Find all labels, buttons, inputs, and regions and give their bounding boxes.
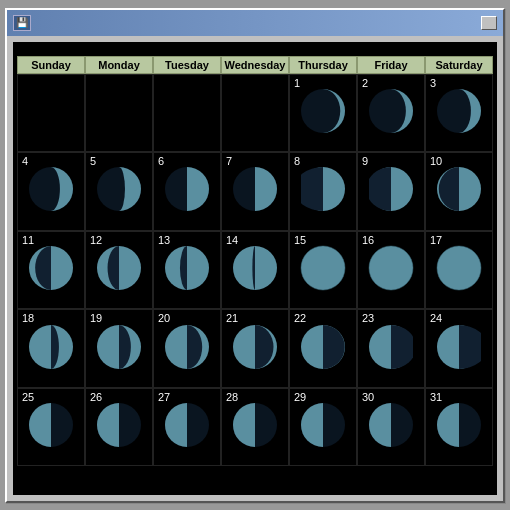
moon-phase xyxy=(162,400,212,454)
table-row: 12 xyxy=(85,231,153,310)
moon-phase xyxy=(366,322,416,376)
table-row: 27 xyxy=(153,388,221,467)
date-number: 18 xyxy=(22,312,34,324)
moon-phase xyxy=(298,400,348,454)
date-number: 8 xyxy=(294,155,300,167)
moon-phase xyxy=(26,164,76,218)
table-row: 6 xyxy=(153,152,221,231)
day-monday: Monday xyxy=(85,56,153,74)
calendar-container: Sunday Monday Tuesday Wednesday Thursday… xyxy=(13,42,497,495)
date-number: 14 xyxy=(226,234,238,246)
date-number: 31 xyxy=(430,391,442,403)
table-row: 25 xyxy=(17,388,85,467)
day-friday: Friday xyxy=(357,56,425,74)
date-number: 30 xyxy=(362,391,374,403)
date-number: 10 xyxy=(430,155,442,167)
table-row: 28 xyxy=(221,388,289,467)
table-row: 5 xyxy=(85,152,153,231)
table-row: 19 xyxy=(85,309,153,388)
empty-cell xyxy=(221,74,289,153)
date-number: 28 xyxy=(226,391,238,403)
date-number: 4 xyxy=(22,155,28,167)
moon-phase xyxy=(26,322,76,376)
table-row: 4 xyxy=(17,152,85,231)
date-number: 13 xyxy=(158,234,170,246)
moon-phase xyxy=(366,243,416,297)
table-row: 18 xyxy=(17,309,85,388)
title-bar-left: 💾 xyxy=(13,15,37,31)
date-number: 19 xyxy=(90,312,102,324)
date-number: 7 xyxy=(226,155,232,167)
table-row: 30 xyxy=(357,388,425,467)
date-number: 17 xyxy=(430,234,442,246)
table-row: 11 xyxy=(17,231,85,310)
table-row: 2 xyxy=(357,74,425,153)
moon-phase xyxy=(230,400,280,454)
table-row: 23 xyxy=(357,309,425,388)
table-row: 15 xyxy=(289,231,357,310)
moon-phase xyxy=(434,400,484,454)
date-number: 16 xyxy=(362,234,374,246)
moon-phase xyxy=(366,400,416,454)
moon-phase xyxy=(434,322,484,376)
table-row: 13 xyxy=(153,231,221,310)
date-number: 24 xyxy=(430,312,442,324)
day-headers: Sunday Monday Tuesday Wednesday Thursday… xyxy=(17,56,493,74)
day-thursday: Thursday xyxy=(289,56,357,74)
date-number: 6 xyxy=(158,155,164,167)
calendar-grid: 1 2 3 4 xyxy=(17,74,493,467)
date-number: 1 xyxy=(294,77,300,89)
date-number: 3 xyxy=(430,77,436,89)
moon-phase xyxy=(434,243,484,297)
date-number: 15 xyxy=(294,234,306,246)
table-row: 22 xyxy=(289,309,357,388)
empty-cell xyxy=(153,74,221,153)
date-number: 11 xyxy=(22,234,34,246)
table-row: 9 xyxy=(357,152,425,231)
empty-cell xyxy=(17,74,85,153)
moon-phase xyxy=(26,243,76,297)
date-number: 9 xyxy=(362,155,368,167)
date-number: 2 xyxy=(362,77,368,89)
date-number: 21 xyxy=(226,312,238,324)
moon-phase xyxy=(94,322,144,376)
table-row: 17 xyxy=(425,231,493,310)
title-bar: 💾 xyxy=(7,10,503,36)
moon-phase xyxy=(26,400,76,454)
table-row: 31 xyxy=(425,388,493,467)
date-number: 29 xyxy=(294,391,306,403)
table-row: 1 xyxy=(289,74,357,153)
date-number: 25 xyxy=(22,391,34,403)
moon-phase xyxy=(94,243,144,297)
date-number: 20 xyxy=(158,312,170,324)
date-number: 23 xyxy=(362,312,374,324)
close-button[interactable] xyxy=(481,16,497,30)
date-number: 26 xyxy=(90,391,102,403)
window: 💾 Sunday Monday Tuesday Wednesday Thursd… xyxy=(5,8,505,503)
moon-phase xyxy=(162,243,212,297)
moon-phase xyxy=(298,164,348,218)
date-number: 12 xyxy=(90,234,102,246)
date-number: 22 xyxy=(294,312,306,324)
moon-phase xyxy=(366,164,416,218)
table-row: 14 xyxy=(221,231,289,310)
save-icon: 💾 xyxy=(13,15,31,31)
table-row: 10 xyxy=(425,152,493,231)
table-row: 29 xyxy=(289,388,357,467)
table-row: 3 xyxy=(425,74,493,153)
moon-phase xyxy=(94,164,144,218)
table-row: 16 xyxy=(357,231,425,310)
moon-phase xyxy=(162,322,212,376)
table-row: 24 xyxy=(425,309,493,388)
day-saturday: Saturday xyxy=(425,56,493,74)
moon-phase xyxy=(230,243,280,297)
date-number: 5 xyxy=(90,155,96,167)
moon-phase xyxy=(162,164,212,218)
month-header xyxy=(17,46,493,56)
table-row: 26 xyxy=(85,388,153,467)
day-wednesday: Wednesday xyxy=(221,56,289,74)
moon-phase xyxy=(298,86,348,140)
table-row: 8 xyxy=(289,152,357,231)
moon-phase xyxy=(298,243,348,297)
moon-phase xyxy=(434,164,484,218)
